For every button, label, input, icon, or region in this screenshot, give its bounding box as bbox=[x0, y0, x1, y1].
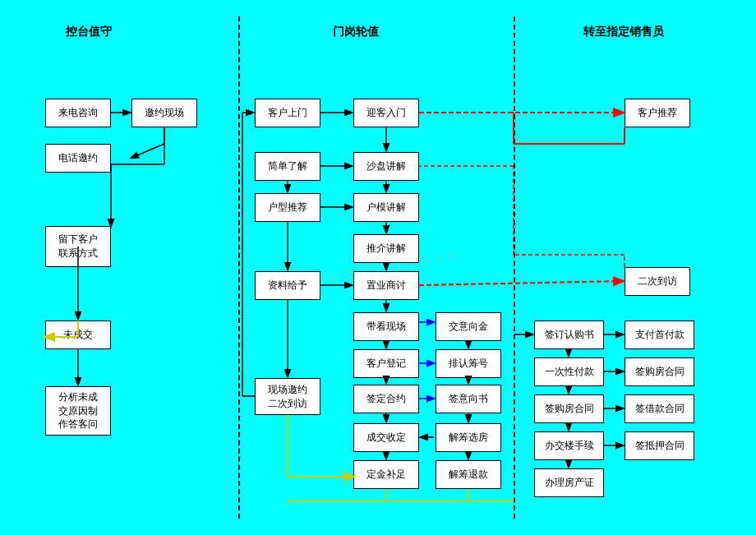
box-b35: 办交楼手续 bbox=[534, 431, 604, 460]
box-b4: 留下客户 联系方式 bbox=[45, 226, 111, 267]
box-b22: 签意向书 bbox=[436, 385, 501, 413]
header-lane3: 转至指定销售员 bbox=[583, 25, 664, 39]
box-b30: 支付首付款 bbox=[625, 321, 694, 349]
box-b1: 来电咨询 bbox=[45, 99, 111, 127]
box-b34: 签借款合同 bbox=[625, 394, 694, 423]
box-b15: 置业商讨 bbox=[353, 271, 419, 300]
box-b2: 邀约现场 bbox=[131, 99, 197, 127]
header-lane2: 门岗轮值 bbox=[333, 25, 379, 39]
box-b10: 沙盘讲解 bbox=[353, 152, 419, 181]
box-b8: 迎客入门 bbox=[353, 99, 419, 127]
divider-2 bbox=[514, 16, 515, 519]
box-b36: 签抵押合同 bbox=[625, 431, 694, 460]
box-b23: 成交收定 bbox=[353, 423, 419, 452]
box-b5: 未成交 bbox=[45, 321, 111, 349]
box-b16: 带看现场 bbox=[353, 312, 419, 341]
diagram-container: 控台值守 门岗轮值 转至指定销售员 www.zixar.com.cn 来电咨询邀… bbox=[0, 0, 756, 535]
box-b20: 现场邀约 二次到访 bbox=[255, 378, 320, 415]
box-b17: 交意向金 bbox=[436, 312, 501, 341]
box-b26: 解筹退款 bbox=[436, 460, 501, 489]
box-b37: 办理房产证 bbox=[534, 468, 604, 497]
box-b21: 签定合约 bbox=[353, 385, 419, 413]
box-b19: 排认筹号 bbox=[436, 349, 501, 378]
box-b24: 解筹选房 bbox=[436, 423, 501, 452]
box-b14: 资料给予 bbox=[255, 271, 320, 300]
box-b6: 分析未成 交原因制 作答客问 bbox=[45, 386, 111, 436]
box-b33: 签购房合同 bbox=[534, 394, 604, 423]
box-b32: 签购房合同 bbox=[625, 357, 694, 386]
box-b18: 客户登记 bbox=[353, 349, 419, 378]
box-b31: 一次性付款 bbox=[534, 357, 604, 386]
box-b3: 电话邀约 bbox=[45, 144, 111, 173]
divider-1 bbox=[238, 16, 240, 519]
svg-line-37 bbox=[419, 281, 623, 285]
box-b27: 客户推荐 bbox=[625, 99, 690, 127]
box-b12: 户模讲解 bbox=[353, 193, 419, 222]
box-b29: 签订认购书 bbox=[534, 321, 604, 349]
box-b11: 户型推荐 bbox=[255, 193, 320, 222]
box-b28: 二次到访 bbox=[625, 267, 690, 296]
box-b9: 简单了解 bbox=[255, 152, 320, 181]
box-b25: 定金补足 bbox=[353, 460, 419, 489]
box-b13: 推介讲解 bbox=[353, 234, 419, 263]
box-b7: 客户上门 bbox=[255, 99, 320, 127]
header-lane1: 控台值守 bbox=[66, 25, 112, 39]
svg-line-2 bbox=[131, 144, 164, 158]
